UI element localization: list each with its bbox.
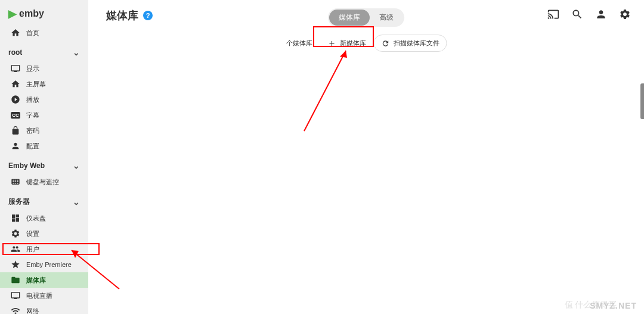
section-title: Emby Web [8,161,45,170]
sidebar-item-label: 媒体库 [26,276,46,285]
sidebar-section-embyweb: Emby Web ⌄ 键盘与遥控 [0,157,88,189]
sidebar-section-root: root ⌄ 显示 主屏幕 播放 CC 字幕 密码 配置 [0,44,88,154]
sidebar-item-label: 配置 [26,142,39,151]
user-icon[interactable] [595,8,607,22]
sidebar-item-homescreen[interactable]: 主屏幕 [0,76,88,92]
sidebar-item-label: 仪表盘 [26,214,46,223]
sidebar-item-label: 显示 [26,64,39,73]
sidebar-item-label: 主屏幕 [26,80,46,89]
library-count: 个媒体库 [286,35,320,52]
sidebar-item-label: 密码 [26,126,39,135]
refresh-icon [382,39,390,48]
section-header-server[interactable]: 服务器 ⌄ [0,193,88,210]
tab-library[interactable]: 媒体库 [329,10,370,26]
brand-text: emby [19,8,44,19]
star-icon [11,260,20,269]
sidebar-item-label: 网络 [26,307,39,315]
page-title-text: 媒体库 [106,8,138,23]
sidebar-item-subtitles[interactable]: CC 字幕 [0,107,88,123]
sidebar-item-keyboard[interactable]: 键盘与遥控 [0,174,88,189]
sidebar-item-playback[interactable]: 播放 [0,92,88,107]
sidebar-item-label: 电视直播 [26,291,52,300]
sidebar-item-label: 播放 [26,95,39,104]
sidebar-item-label: 用户 [26,245,39,254]
library-action-row: 个媒体库 新媒体库 扫描媒体库文件 [286,35,447,52]
folder-icon [11,275,20,285]
chevron-down-icon: ⌄ [73,197,80,207]
lock-icon [11,126,20,135]
sidebar-item-home[interactable]: 首页 [0,25,88,41]
cc-icon: CC [11,110,20,120]
main-content: 媒体库 ? 媒体库 高级 个媒体库 新媒体库 扫描媒体库文件 [88,0,644,314]
home-icon [11,28,20,38]
cast-icon[interactable] [547,8,559,22]
section-header-embyweb[interactable]: Emby Web ⌄ [0,157,88,174]
wifi-icon [11,306,20,314]
sidebar-item-livetv[interactable]: 电视直播 [0,288,88,303]
sidebar-item-label: 设置 [26,229,39,238]
plus-icon [328,39,336,48]
sidebar: ▶ emby 首页 root ⌄ 显示 主屏幕 播放 CC 字幕 密码 [0,0,88,314]
display-icon [11,64,20,73]
chevron-down-icon: ⌄ [73,161,80,170]
button-label: 新媒体库 [340,39,366,48]
help-icon[interactable]: ? [143,11,153,20]
tab-advanced[interactable]: 高级 [370,10,403,26]
gear-icon [11,229,20,238]
sidebar-item-display[interactable]: 显示 [0,61,88,76]
library-count-suffix: 个媒体库 [286,39,312,48]
home-icon [11,79,20,89]
sidebar-section-server: 服务器 ⌄ 仪表盘 设置 用户 Emby Premiere 媒体库 电视直播 [0,193,88,314]
scan-library-button[interactable]: 扫描媒体库文件 [374,35,447,52]
scrollbar-indicator[interactable] [640,83,644,119]
chevron-down-icon: ⌄ [73,48,80,57]
sidebar-item-users[interactable]: 用户 [0,241,88,257]
section-title: 服务器 [8,197,30,207]
sidebar-item-profile[interactable]: 配置 [0,138,88,154]
button-label: 扫描媒体库文件 [394,39,439,48]
tab-label: 媒体库 [339,13,360,21]
sidebar-item-library[interactable]: 媒体库 [0,272,88,288]
new-library-button[interactable]: 新媒体库 [320,35,374,52]
section-title: root [8,48,22,57]
dashboard-icon [11,213,20,223]
sidebar-item-settings[interactable]: 设置 [0,226,88,241]
sidebar-item-premiere[interactable]: Emby Premiere [0,257,88,272]
view-tabs: 媒体库 高级 [328,8,404,27]
search-icon[interactable] [571,8,583,22]
sidebar-item-label: Emby Premiere [26,261,72,268]
tab-label: 高级 [379,13,394,21]
page-title: 媒体库 ? [106,8,153,23]
person-icon [11,141,20,151]
users-icon [11,244,20,254]
watermark: SMYZ.NET [590,301,637,310]
brand-logo: ▶ emby [0,7,88,25]
sidebar-item-label: 首页 [26,29,39,38]
sidebar-item-dashboard[interactable]: 仪表盘 [0,210,88,226]
keyboard-icon [11,177,20,186]
logo-icon: ▶ [8,7,17,20]
tv-icon [11,291,20,300]
play-icon [11,95,20,104]
settings-icon[interactable] [619,8,631,22]
topbar-actions [547,8,631,22]
sidebar-item-password[interactable]: 密码 [0,123,88,138]
sidebar-item-label: 字幕 [26,111,39,120]
section-header-root[interactable]: root ⌄ [0,44,88,61]
sidebar-item-label: 键盘与遥控 [26,178,59,186]
sidebar-item-network[interactable]: 网络 [0,303,88,314]
